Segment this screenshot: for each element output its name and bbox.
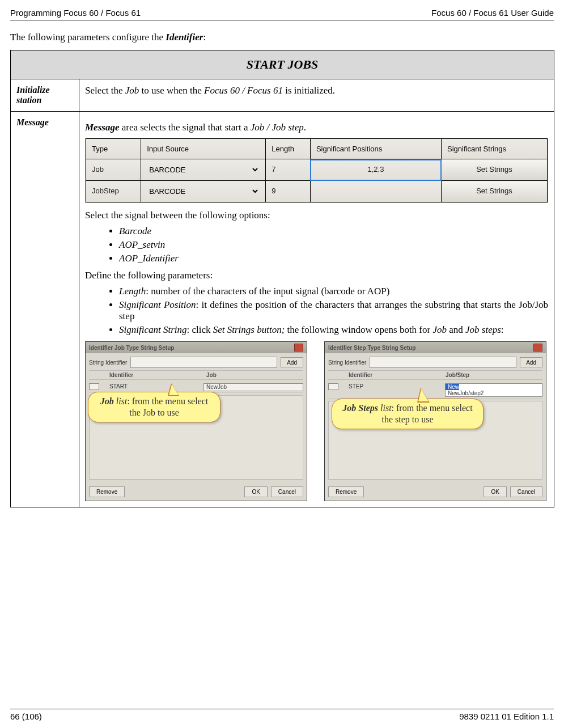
set-strings-button-jobstep[interactable]: Set Strings	[442, 181, 548, 202]
table-title: START JOBS	[11, 50, 554, 79]
remove-button[interactable]: Remove	[328, 486, 364, 497]
col-input-source: Input Source	[141, 139, 266, 159]
param-length-term: Length	[119, 286, 146, 297]
param-length-text: : number of the characters of the input …	[146, 286, 389, 297]
string-identifier-input[interactable]	[370, 357, 516, 368]
page-header: Programming Focus 60 / Focus 61 Focus 60…	[10, 8, 554, 20]
msg-mid: area selects the signal that start a	[119, 122, 250, 133]
dialog2-col-jobstep: Job/Step	[446, 372, 542, 378]
source-select-jobstep[interactable]: BARCODE	[147, 187, 260, 196]
ok-button[interactable]: OK	[484, 486, 506, 497]
jobstep-option-1[interactable]: NewJob/step1	[446, 384, 459, 390]
list-item: Barcode	[119, 226, 548, 237]
parameters-list: Length: number of the characters of the …	[108, 286, 548, 336]
param-sigstr-term: Significant String	[119, 324, 186, 335]
add-button[interactable]: Add	[520, 357, 542, 367]
define-intro: Define the following parameters:	[85, 270, 548, 281]
string-identifier-input[interactable]	[130, 357, 277, 368]
col-length: Length	[266, 139, 311, 159]
init-text-1: Select the	[85, 85, 125, 96]
dialog2-titlebar: Identifier Step Type String Setup	[325, 342, 546, 353]
col-sig-positions: Significant Positions	[310, 139, 441, 159]
row-message-head: Message	[11, 112, 79, 507]
ok-button[interactable]: OK	[244, 486, 267, 497]
callout1-text: : from the menu select the Job to use	[127, 396, 208, 417]
cell-source-jobstep[interactable]: BARCODE	[141, 181, 266, 202]
header-left: Programming Focus 60 / Focus 61	[10, 8, 141, 18]
remove-button[interactable]: Remove	[89, 486, 125, 497]
dialog2-title: Identifier Step Type String Setup	[328, 345, 415, 351]
job-select[interactable]: NewJob	[203, 383, 303, 391]
page-footer: 66 (106) 9839 0211 01 Edition 1.1	[10, 709, 554, 721]
message-config-grid: Type Input Source Length Significant Pos…	[85, 138, 548, 203]
cancel-button[interactable]: Cancel	[510, 486, 542, 497]
list-item: AOP_setvin	[119, 239, 548, 251]
job-steps-list-callout: Job Steps list: from the menu select the…	[332, 399, 484, 429]
dialog2-col-identifier: Identifier	[337, 372, 446, 378]
opt-aop-setvin: AOP_setvin	[119, 239, 165, 250]
list-item: AOP_Identifier	[119, 253, 548, 264]
cell-length-job[interactable]: 7	[266, 159, 311, 181]
close-icon[interactable]	[294, 344, 303, 352]
col-sig-strings: Significant Strings	[442, 139, 548, 159]
cell-positions-jobstep[interactable]	[310, 181, 441, 202]
jobstep-select[interactable]: NewJob/step1 NewJob/step2	[445, 383, 542, 397]
msg-term: Message	[85, 122, 119, 133]
param-sigpos-term: Significant Position	[119, 299, 196, 310]
callout1-list: list	[114, 396, 128, 406]
callout2-list: list	[378, 403, 392, 413]
signal-options-list: Barcode AOP_setvin AOP_Identifier	[108, 226, 548, 264]
dialog1-row-identifier: START	[98, 383, 203, 391]
job-type-string-dialog: Identifier Job Type String Setup String …	[85, 341, 307, 501]
opt-barcode: Barcode	[119, 226, 151, 236]
row-message-content: Message area selects the signal that sta…	[79, 112, 554, 507]
list-item: Length: number of the characters of the …	[119, 286, 548, 297]
table-row: JobStep BARCODE 9 Set Strings	[86, 181, 548, 202]
init-product: Focus 60 / Focus 61	[204, 85, 283, 96]
dialog1-input-label: String Identifier	[89, 359, 127, 366]
cancel-button[interactable]: Cancel	[271, 486, 303, 497]
param-sigstr-suffix: :	[501, 324, 504, 335]
source-select-job[interactable]: BARCODE	[147, 165, 260, 175]
param-sigstr-btn: Set Strings button;	[213, 324, 285, 335]
table-row: Job BARCODE 7 1,2,3 Set Strings	[86, 159, 548, 181]
footer-left: 66 (106)	[10, 712, 42, 721]
row-initialize-content: Select the Job to use when the Focus 60 …	[79, 79, 554, 112]
add-button[interactable]: Add	[281, 357, 303, 367]
intro-prefix: The following parameters configure the	[10, 32, 166, 43]
param-sigstr-job: Job	[432, 324, 447, 335]
cell-type-job: Job	[86, 159, 141, 181]
init-text-3: is initialized.	[283, 85, 335, 96]
param-sigstr-steps: Job steps	[465, 324, 501, 335]
intro-suffix: :	[203, 32, 206, 43]
cell-source-job[interactable]: BARCODE	[141, 159, 266, 181]
callout2-term: Job Steps	[342, 403, 378, 413]
msg-suffix: .	[304, 122, 306, 133]
dialog1-titlebar: Identifier Job Type String Setup	[86, 342, 307, 353]
param-sigstr-and: and	[447, 324, 465, 335]
set-strings-button-job[interactable]: Set Strings	[442, 159, 548, 181]
param-sigstr-prefix: : click	[186, 324, 213, 335]
init-job: Job	[125, 85, 139, 96]
dialog2-input-label: String Identifier	[328, 359, 366, 366]
intro-term: Identifier	[166, 32, 203, 43]
step-type-string-dialog: Identifier Step Type String Setup String…	[324, 341, 546, 501]
options-intro: Select the signal between the following …	[85, 210, 548, 221]
cell-positions-job[interactable]: 1,2,3	[310, 159, 441, 181]
param-sigstr-mid: the following window opens both for	[285, 324, 432, 335]
start-jobs-table: START JOBS Initialize station Select the…	[10, 50, 554, 507]
list-item: Significant Position: it defines the pos…	[119, 299, 548, 322]
cell-length-jobstep[interactable]: 9	[266, 181, 311, 202]
job-list-callout: Job list: from the menu select the Job t…	[88, 392, 220, 422]
footer-right: 9839 0211 01 Edition 1.1	[459, 712, 554, 721]
msg-term2: Job / Job step	[251, 122, 304, 133]
row-initialize-head: Initialize station	[11, 79, 79, 112]
callout1-term: Job	[100, 396, 114, 406]
jobstep-option-2[interactable]: NewJob/step2	[446, 390, 542, 396]
close-icon[interactable]	[533, 344, 542, 352]
opt-aop-identifier: AOP_Identifier	[119, 253, 179, 264]
list-item: Significant String: click Set Strings bu…	[119, 324, 548, 336]
col-type: Type	[86, 139, 141, 159]
cell-type-jobstep: JobStep	[86, 181, 141, 202]
dialog1-title: Identifier Job Type String Setup	[89, 345, 174, 351]
